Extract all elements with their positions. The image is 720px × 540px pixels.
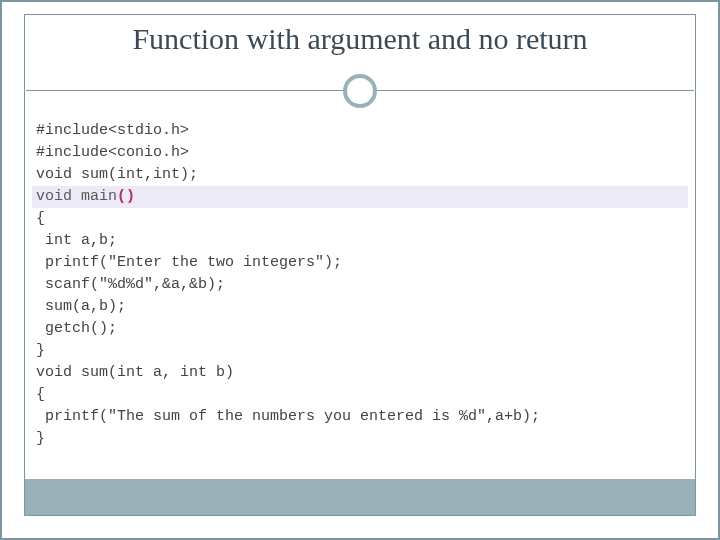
code-line: void sum(int,int);	[32, 164, 688, 186]
code-block: #include<stdio.h> #include<conio.h> void…	[32, 120, 688, 450]
code-line: getch();	[32, 318, 688, 340]
footer-band	[25, 479, 695, 515]
code-line: }	[32, 428, 688, 450]
code-line: }	[32, 340, 688, 362]
slide-title: Function with argument and no return	[2, 22, 718, 56]
code-token-paren: ()	[117, 188, 135, 205]
decorative-circle-icon	[343, 74, 377, 108]
code-line: #include<stdio.h>	[32, 120, 688, 142]
code-line: void sum(int a, int b)	[32, 362, 688, 384]
code-line: {	[32, 208, 688, 230]
code-line-highlighted: void main()	[32, 186, 688, 208]
slide-frame: Function with argument and no return #in…	[0, 0, 720, 540]
code-token: void main	[36, 188, 117, 205]
code-line: {	[32, 384, 688, 406]
code-line: #include<conio.h>	[32, 142, 688, 164]
code-line: sum(a,b);	[32, 296, 688, 318]
code-line: int a,b;	[32, 230, 688, 252]
code-line: printf("Enter the two integers");	[32, 252, 688, 274]
code-line: scanf("%d%d",&a,&b);	[32, 274, 688, 296]
code-line: printf("The sum of the numbers you enter…	[32, 406, 688, 428]
